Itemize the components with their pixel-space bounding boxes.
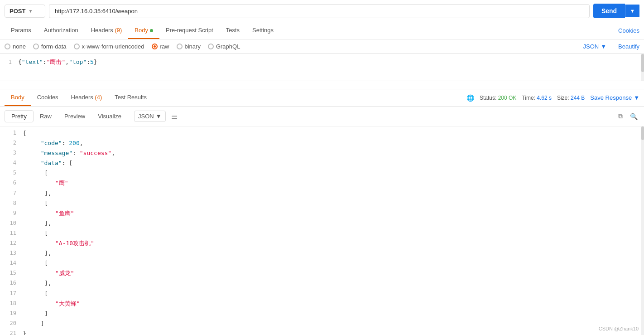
url-input[interactable]: [49, 4, 590, 18]
response-line: 4 "data": [: [0, 158, 644, 168]
format-chevron-icon: ▼: [601, 43, 606, 50]
resp-scrollbar-thumb: [641, 126, 644, 140]
tab-params[interactable]: Params: [5, 22, 38, 39]
radio-graphql[interactable]: GraphQL: [208, 43, 240, 50]
method-chevron-icon: ▼: [28, 9, 33, 14]
response-line: 20 ]: [0, 319, 644, 329]
body-format-select[interactable]: JSON ▼: [583, 43, 606, 50]
radio-graphql-dot: [208, 44, 214, 49]
response-tabs: Body Cookies Headers (4) Test Results: [5, 89, 153, 106]
response-body-area: 1{2 "code": 200,3 "message": "success",4…: [0, 126, 644, 335]
globe-icon: 🌐: [466, 94, 474, 102]
req-scrollbar: [641, 54, 644, 81]
send-button[interactable]: Send: [593, 4, 625, 18]
radio-raw[interactable]: raw: [152, 43, 169, 50]
response-format-select[interactable]: JSON ▼: [134, 111, 166, 122]
tab-settings[interactable]: Settings: [246, 22, 280, 39]
resp-view-right-icons: ⧉ 🔍: [616, 111, 639, 122]
response-line: 13],: [0, 248, 644, 258]
resp-format-chevron-icon: ▼: [156, 113, 162, 120]
response-line: 15"威龙": [0, 268, 644, 278]
request-body-editor[interactable]: 1 {"text":"鹰击","top":5}: [0, 54, 644, 81]
response-line: 21}: [0, 329, 644, 335]
view-tab-raw[interactable]: Raw: [34, 111, 58, 122]
response-line: 1{: [0, 128, 644, 138]
response-line: 14[: [0, 258, 644, 268]
response-line: 6"鹰": [0, 178, 644, 188]
radio-binary[interactable]: binary: [177, 43, 201, 50]
response-line: 8[: [0, 199, 644, 209]
tab-body[interactable]: Body: [128, 22, 159, 39]
req-line-1: 1 {"text":"鹰击","top":5}: [0, 57, 644, 68]
send-button-group: Send ▼: [593, 4, 639, 18]
cookies-link[interactable]: Cookies: [618, 23, 639, 39]
body-type-row: none form-data x-www-form-urlencoded raw…: [0, 39, 644, 54]
tab-authorization[interactable]: Authorization: [38, 22, 85, 39]
method-select[interactable]: POST ▼: [5, 5, 45, 18]
send-dropdown-button[interactable]: ▼: [625, 5, 639, 17]
response-line: 12"A-10攻击机": [0, 238, 644, 248]
resp-tab-cookies[interactable]: Cookies: [31, 89, 65, 106]
radio-binary-dot: [177, 44, 183, 49]
response-line: 11[: [0, 228, 644, 238]
search-icon[interactable]: 🔍: [628, 111, 639, 122]
radio-none[interactable]: none: [5, 43, 26, 50]
view-tab-visualize[interactable]: Visualize: [91, 111, 128, 122]
tab-headers[interactable]: Headers (9): [85, 22, 129, 39]
editor-padding: [0, 81, 644, 89]
radio-form-data-dot: [33, 44, 39, 49]
watermark: CSDN @Zhank10: [599, 326, 639, 331]
radio-urlencoded-dot: [74, 44, 80, 49]
resp-tab-body[interactable]: Body: [5, 89, 31, 106]
response-line: 5[: [0, 168, 644, 178]
response-lines: 1{2 "code": 200,3 "message": "success",4…: [0, 128, 644, 335]
response-line: 16],: [0, 278, 644, 288]
save-response-chevron-icon: ▼: [634, 94, 639, 101]
response-line: 2 "code": 200,: [0, 138, 644, 148]
resp-tab-test-results[interactable]: Test Results: [108, 89, 153, 106]
response-line: 18"大黄蜂": [0, 299, 644, 309]
radio-form-data[interactable]: form-data: [33, 43, 67, 50]
response-line: 19]: [0, 309, 644, 319]
req-scrollbar-thumb: [641, 54, 644, 72]
response-meta: 🌐 Status: 200 OK Time: 4.62 s Size: 244 …: [466, 94, 639, 102]
response-line: 10],: [0, 218, 644, 228]
response-header: Body Cookies Headers (4) Test Results 🌐 …: [0, 89, 644, 107]
save-response-button[interactable]: Save Response ▼: [590, 94, 639, 101]
response-view-tabs: Pretty Raw Preview Visualize JSON ▼ ⚌ ⧉ …: [0, 107, 644, 126]
radio-none-dot: [5, 44, 10, 49]
filter-icon[interactable]: ⚌: [169, 110, 179, 122]
request-tabs: Params Authorization Headers (9) Body Pr…: [0, 22, 644, 39]
response-line: 17[: [0, 289, 644, 299]
resp-scrollbar: [641, 126, 644, 335]
radio-urlencoded[interactable]: x-www-form-urlencoded: [74, 43, 144, 50]
tab-pre-request-script[interactable]: Pre-request Script: [159, 22, 220, 39]
code-editor-content: 1 {"text":"鹰击","top":5}: [0, 54, 644, 71]
method-label: POST: [10, 8, 25, 15]
url-bar: POST ▼ Send ▼: [0, 0, 644, 22]
radio-raw-dot: [152, 44, 158, 49]
resp-tab-headers[interactable]: Headers (4): [65, 89, 109, 106]
response-line: 3 "message": "success",: [0, 148, 644, 158]
response-line: 7],: [0, 189, 644, 199]
tab-tests[interactable]: Tests: [220, 22, 246, 39]
view-tab-pretty[interactable]: Pretty: [5, 110, 34, 122]
beautify-button[interactable]: Beautify: [618, 43, 639, 50]
copy-icon[interactable]: ⧉: [616, 111, 625, 122]
view-tab-preview[interactable]: Preview: [58, 111, 91, 122]
response-line: 9"鱼鹰": [0, 209, 644, 218]
